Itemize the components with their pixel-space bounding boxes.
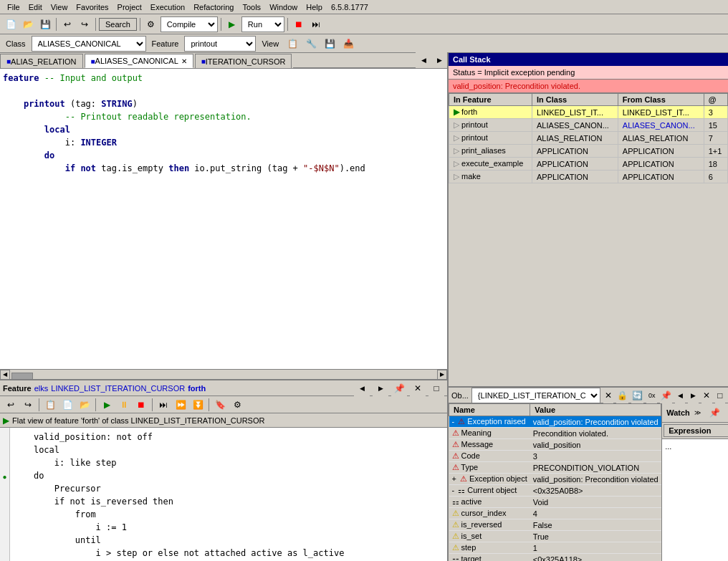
- tab-scroll-left[interactable]: ◀: [416, 52, 431, 68]
- cs-row-printout1[interactable]: ▷ printout ALIASES_CANON... ALIASES_CANO…: [449, 119, 728, 132]
- ft-btn6[interactable]: ▶: [99, 397, 115, 413]
- view-btn[interactable]: 📋: [284, 36, 300, 52]
- ft-btn9[interactable]: ⏭: [155, 397, 171, 413]
- debug-btn-lock[interactable]: 🔒: [616, 388, 628, 403]
- dg-excobj-expand[interactable]: +: [452, 474, 456, 483]
- save-all-btn[interactable]: 📥: [340, 36, 356, 52]
- dg-cursor-value: 4: [530, 508, 661, 519]
- menu-window[interactable]: Window: [265, 1, 302, 13]
- menu-help[interactable]: Help: [302, 1, 327, 13]
- dg-row-curobj[interactable]: - ⚏ Current object <0x325A0B8>: [449, 485, 661, 497]
- redo-button[interactable]: ↪: [77, 16, 92, 32]
- ft-settings[interactable]: ⚙: [229, 397, 245, 413]
- tab-aliases-canonical[interactable]: ■ ALIASES_CANONICAL ✕: [85, 54, 193, 68]
- dg-exception-expand[interactable]: -: [452, 417, 455, 426]
- dg-row-meaning[interactable]: ⚠ Meaning Precondition violated.: [449, 428, 661, 439]
- cs-row-forth[interactable]: ▶ forth LINKED_LIST_IT... LINKED_LIST_IT…: [449, 106, 728, 119]
- tab-close-aliases[interactable]: ✕: [181, 57, 187, 65]
- dg-row-target[interactable]: ⚏ target <0x325A118>: [449, 554, 661, 562]
- fp-nav-back[interactable]: ◀: [354, 380, 370, 396]
- dg-row-active[interactable]: ⚏ active Void: [449, 497, 661, 508]
- new-button[interactable]: 📄: [3, 16, 19, 32]
- dg-row-type[interactable]: ⚠ Type PRECONDITION_VIOLATION: [449, 462, 661, 474]
- cs-printout2-inclass: ALIAS_RELATION: [532, 132, 618, 145]
- dg-row-message[interactable]: ⚠ Message valid_position: [449, 439, 661, 451]
- ft-btn10[interactable]: ⏩: [173, 397, 188, 413]
- scroll-right-arrow[interactable]: ▶: [437, 370, 447, 380]
- ft-btn5[interactable]: 📂: [77, 397, 92, 413]
- dg-row-code[interactable]: ⚠ Code 3: [449, 451, 661, 462]
- ft-btn4[interactable]: 📄: [59, 397, 75, 413]
- open-button[interactable]: 📂: [20, 16, 36, 32]
- code-scrollbar-h[interactable]: ◀ ▶: [0, 369, 447, 379]
- class-dropdown[interactable]: ALIASES_CANONICAL: [32, 36, 146, 52]
- debug-btn-expand[interactable]: □: [715, 388, 726, 403]
- dg-type-name: ⚠ Type: [449, 462, 530, 474]
- toolbar: 📄 📂 💾 ↩ ↪ Search ⚙ Compile ▶ Run ⏹ ⏭: [0, 14, 728, 34]
- tab-iteration-cursor[interactable]: ■ ITERATION_CURSOR: [195, 54, 292, 68]
- menu-favorites[interactable]: Favorites: [72, 1, 112, 13]
- search-button[interactable]: Search: [99, 18, 137, 31]
- undo-button[interactable]: ↩: [59, 16, 75, 32]
- debug-btn-close[interactable]: ✕: [701, 388, 712, 403]
- fp-close[interactable]: ✕: [410, 380, 426, 396]
- compile-dropdown[interactable]: Compile: [161, 16, 218, 32]
- cs-row-make[interactable]: ▷ make APPLICATION APPLICATION 6: [449, 171, 728, 183]
- menu-execution[interactable]: Execution: [146, 1, 189, 13]
- dg-row-excobj[interactable]: + ⚠ Exception object valid_position: Pre…: [449, 474, 661, 485]
- dg-row-is-set[interactable]: ⚠ is_set True: [449, 531, 661, 542]
- ft-btn8[interactable]: ⏹: [133, 397, 149, 413]
- step-btn[interactable]: ⏭: [308, 16, 324, 32]
- cs-row-execute[interactable]: ▷ execute_example APPLICATION APPLICATIO…: [449, 158, 728, 171]
- fp-expand[interactable]: □: [428, 380, 444, 396]
- compile-btn[interactable]: ⚙: [143, 16, 159, 32]
- code-editor[interactable]: feature -- Input and output printout (ta…: [0, 69, 447, 369]
- ft-btn12[interactable]: 🔖: [212, 397, 228, 413]
- menu-tools[interactable]: Tools: [238, 1, 265, 13]
- stop-btn[interactable]: ⏹: [291, 16, 307, 32]
- scroll-track[interactable]: [10, 371, 437, 378]
- debug-path-dropdown[interactable]: {LINKED_LIST_ITERATION_CURSOR}.forth: [471, 388, 600, 403]
- ft-btn11[interactable]: ⏬: [190, 397, 206, 413]
- tab-alias-relation[interactable]: ■ ALIAS_RELATION: [0, 54, 83, 68]
- debug-btn-pin[interactable]: 📌: [660, 388, 672, 403]
- fp-nav-fwd[interactable]: ▶: [373, 380, 388, 396]
- run-btn[interactable]: ▶: [224, 16, 240, 32]
- watch-pin-btn[interactable]: 📌: [707, 405, 723, 421]
- debug-btn-right[interactable]: ▶: [688, 388, 699, 403]
- menu-refactoring[interactable]: Refactoring: [189, 1, 238, 13]
- debug-btn-left[interactable]: ◀: [675, 388, 686, 403]
- ft-btn2[interactable]: ↪: [20, 397, 36, 413]
- dg-target-name: ⚏ target: [449, 554, 530, 562]
- debug-btn-refresh[interactable]: 🔄: [631, 388, 643, 403]
- ft-btn3[interactable]: 📋: [42, 397, 58, 413]
- dg-row-step[interactable]: ⚠ step 1: [449, 542, 661, 554]
- menu-edit[interactable]: Edit: [24, 1, 47, 13]
- dg-curobj-expand[interactable]: -: [452, 486, 455, 494]
- cs-row-printout2[interactable]: ▷ printout ALIAS_RELATION ALIAS_RELATION…: [449, 132, 728, 145]
- ft-btn7[interactable]: ⏸: [116, 397, 132, 413]
- feature-code[interactable]: valid_position: not off local i: like st…: [10, 428, 447, 561]
- dg-row-cursor-index[interactable]: ⚠ cursor_index 4: [449, 508, 661, 519]
- scroll-left-arrow[interactable]: ◀: [0, 370, 10, 380]
- cs-row-print-aliases[interactable]: ▷ print_aliases APPLICATION APPLICATION …: [449, 145, 728, 158]
- fp-pin[interactable]: 📌: [391, 380, 407, 396]
- settings-btn[interactable]: 🔧: [303, 36, 319, 52]
- menu-view[interactable]: View: [47, 1, 72, 13]
- feature-dropdown[interactable]: printout: [184, 36, 256, 52]
- tab-scroll-right[interactable]: ▶: [431, 52, 447, 68]
- watch-expand-btn[interactable]: ≫: [690, 405, 706, 421]
- call-stack-header: Call Stack: [449, 53, 728, 66]
- dg-row-is-reversed[interactable]: ⚠ is_reversed False: [449, 519, 661, 531]
- menu-file[interactable]: File: [3, 1, 24, 13]
- scroll-thumb[interactable]: [11, 373, 33, 380]
- dg-row-exception[interactable]: - ⚠ Exception raised valid_position: Pre…: [449, 416, 661, 428]
- save-file-btn[interactable]: 💾: [322, 36, 337, 52]
- ft-btn1[interactable]: ↩: [3, 397, 19, 413]
- menu-project[interactable]: Project: [113, 1, 146, 13]
- debug-btn-clear[interactable]: ✕: [603, 388, 614, 403]
- debug-btn-hex[interactable]: 0x: [646, 388, 657, 403]
- run-dropdown[interactable]: Run: [241, 16, 284, 32]
- watch-close-btn[interactable]: ✕: [724, 405, 728, 421]
- save-button[interactable]: 💾: [37, 16, 53, 32]
